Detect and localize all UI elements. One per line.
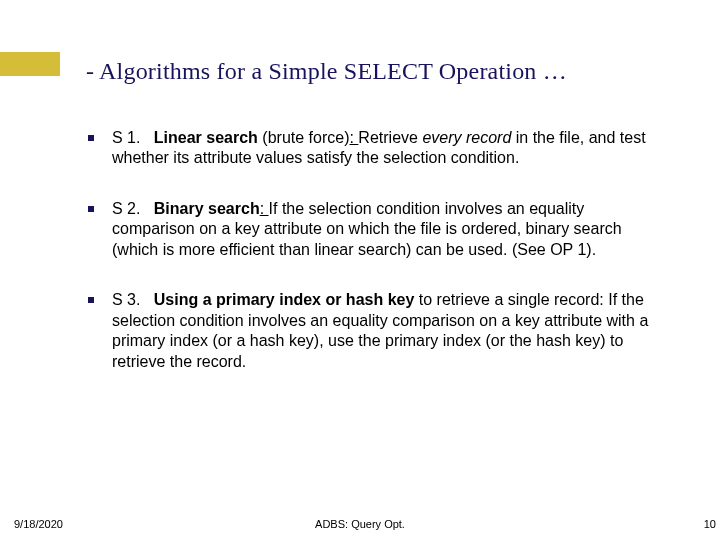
bullet-icon <box>88 135 94 141</box>
item-label: S 1. <box>112 129 140 146</box>
bullet-icon <box>88 206 94 212</box>
item-em: every record <box>422 129 511 146</box>
item-name-after: (brute force) <box>258 129 350 146</box>
bullet-list: S 1. Linear search (brute force): Retrie… <box>88 128 658 402</box>
list-item: S 2. Binary search: If the selection con… <box>88 199 658 260</box>
item-label: S 2. <box>112 200 140 217</box>
item-body-before-em: Retrieve <box>358 129 422 146</box>
item-name-strong: Linear search <box>154 129 258 146</box>
item-label: S 3. <box>112 291 140 308</box>
slide-title: - Algorithms for a Simple SELECT Operati… <box>86 58 567 85</box>
footer-center: ADBS: Query Opt. <box>0 518 720 530</box>
item-name-strong: Binary search <box>154 200 260 217</box>
list-item: S 1. Linear search (brute force): Retrie… <box>88 128 658 169</box>
item-colon: : <box>260 200 269 217</box>
list-item-text: S 1. Linear search (brute force): Retrie… <box>112 128 658 169</box>
title-row: - Algorithms for a Simple SELECT Operati… <box>0 51 720 91</box>
item-name-strong: Using a primary index or hash key <box>154 291 415 308</box>
list-item-text: S 2. Binary search: If the selection con… <box>112 199 658 260</box>
bullet-icon <box>88 297 94 303</box>
list-item-text: S 3. Using a primary index or hash key t… <box>112 290 658 372</box>
footer-page-number: 10 <box>704 518 716 530</box>
list-item: S 3. Using a primary index or hash key t… <box>88 290 658 372</box>
accent-block <box>0 52 60 76</box>
slide: - Algorithms for a Simple SELECT Operati… <box>0 0 720 540</box>
